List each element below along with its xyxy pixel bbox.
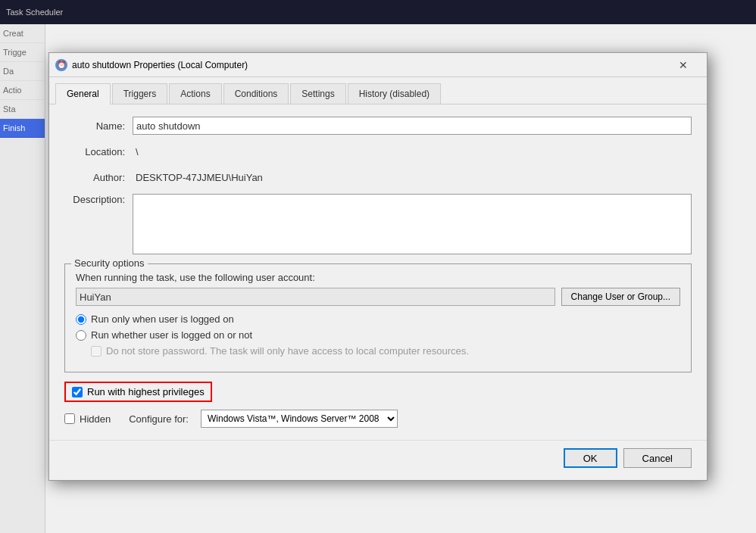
- sidebar-item-status: Sta: [0, 100, 45, 119]
- configure-select[interactable]: Windows Vista™, Windows Server™ 2008 Win…: [201, 410, 398, 428]
- tab-actions[interactable]: Actions: [169, 83, 221, 104]
- name-input[interactable]: [133, 117, 692, 135]
- tab-settings[interactable]: Settings: [290, 83, 345, 104]
- run-highest-highlight: Run with highest privileges: [64, 382, 212, 402]
- tab-conditions[interactable]: Conditions: [223, 83, 289, 104]
- sidebar-item-triggers: Trigge: [0, 43, 45, 62]
- bottom-options-row: Hidden Configure for: Windows Vista™, Wi…: [64, 410, 692, 428]
- author-value: DESKTOP-47JJMEU\HuiYan: [133, 168, 692, 186]
- sidebar-item-data: Da: [0, 62, 45, 81]
- dialog-buttons: OK Cancel: [49, 440, 707, 480]
- radio-logged-on[interactable]: [76, 314, 86, 325]
- name-label: Name:: [64, 120, 133, 132]
- properties-dialog: ⏰ auto shutdown Properties (Local Comput…: [48, 52, 708, 481]
- security-group-label: Security options: [71, 257, 148, 269]
- do-not-store-checkbox[interactable]: [91, 346, 102, 357]
- author-row: Author: DESKTOP-47JJMEU\HuiYan: [64, 168, 692, 186]
- sidebar-item-finish: Finish: [0, 119, 45, 138]
- configure-label: Configure for:: [129, 413, 189, 425]
- sidebar-item-actions: Actio: [0, 81, 45, 100]
- close-button[interactable]: ✕: [666, 53, 701, 77]
- ok-button[interactable]: OK: [564, 448, 617, 468]
- radio-not-logged-on[interactable]: [76, 330, 86, 341]
- dialog-content: Name: Location: \ Author: DESKTOP-47JJME…: [49, 104, 707, 440]
- radio-not-logged-on-row: Run whether user is logged on or not: [76, 329, 680, 341]
- tab-triggers[interactable]: Triggers: [112, 83, 168, 104]
- security-group: Security options When running the task, …: [64, 263, 692, 372]
- dialog-titlebar: ⏰ auto shutdown Properties (Local Comput…: [49, 53, 707, 77]
- cancel-button[interactable]: Cancel: [623, 448, 692, 468]
- dialog-title: auto shutdown Properties (Local Computer…: [72, 60, 661, 70]
- tab-bar: General Triggers Actions Conditions Sett…: [49, 77, 707, 104]
- hidden-row: Hidden: [64, 413, 111, 425]
- account-prompt: When running the task, use the following…: [76, 272, 680, 283]
- dialog-icon: ⏰: [55, 59, 67, 71]
- name-row: Name:: [64, 117, 692, 135]
- location-value: \: [133, 142, 692, 161]
- radio-logged-on-row: Run only when user is logged on: [76, 313, 680, 325]
- sidebar-item-create: Creat: [0, 24, 45, 43]
- run-highest-label: Run with highest privileges: [87, 386, 205, 397]
- radio-not-logged-on-label: Run whether user is logged on or not: [91, 329, 252, 341]
- description-input[interactable]: [133, 194, 692, 254]
- hidden-checkbox[interactable]: [64, 413, 75, 424]
- tab-general[interactable]: General: [55, 83, 111, 104]
- user-account-row: HuiYan Change User or Group...: [76, 288, 680, 306]
- do-not-store-row: Do not store password. The task will onl…: [91, 345, 680, 357]
- hidden-label: Hidden: [80, 413, 111, 425]
- change-user-button[interactable]: Change User or Group...: [561, 288, 680, 306]
- run-highest-checkbox[interactable]: [72, 387, 83, 397]
- location-row: Location: \: [64, 142, 692, 161]
- run-highest-container: Run with highest privileges: [64, 382, 692, 402]
- description-row: Description:: [64, 194, 692, 254]
- location-label: Location:: [64, 146, 133, 157]
- do-not-store-label: Do not store password. The task will onl…: [106, 345, 469, 357]
- author-label: Author:: [64, 172, 133, 183]
- user-account-field: HuiYan: [76, 288, 555, 306]
- tab-history[interactable]: History (disabled): [348, 83, 441, 104]
- description-label: Description:: [64, 194, 133, 205]
- radio-logged-on-label: Run only when user is logged on: [91, 313, 234, 325]
